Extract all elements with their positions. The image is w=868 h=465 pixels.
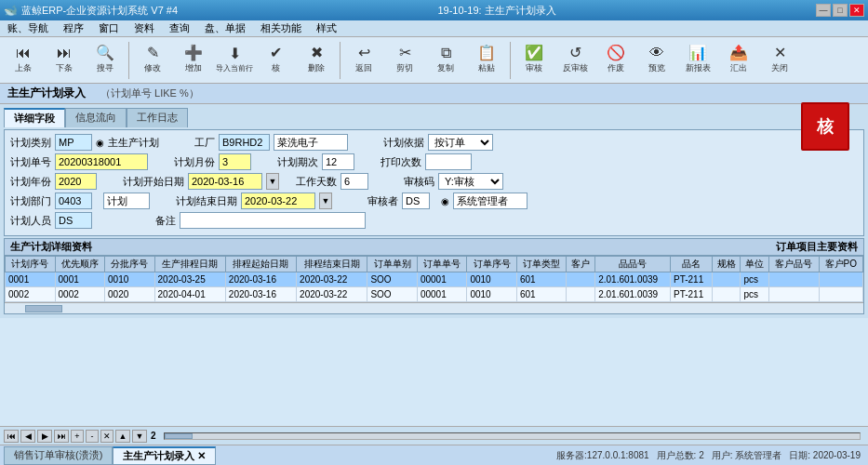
form-row-5: 计划人员 备注 — [10, 212, 858, 229]
sub-title-bar: 主生产计划录入 （计划单号 LIKE %） — [0, 84, 868, 104]
toolbar-report[interactable]: 📊 新报表 — [678, 40, 717, 81]
toolbar-preview-label: 预览 — [648, 62, 665, 74]
select-jihua-yiju[interactable]: 按订单 — [428, 134, 493, 151]
unaudit-icon: ↺ — [569, 46, 581, 60]
table-row[interactable]: 0002000200202020-04-012020-03-162020-03-… — [6, 287, 863, 302]
data-table: 计划序号 优先顺序 分批序号 生产排程日期 排程起始日期 排程结束日期 订单单别… — [5, 256, 863, 302]
input-xitong-name[interactable] — [453, 193, 527, 209]
nav-prev[interactable]: ◀ — [20, 430, 35, 443]
bottom-tab-production[interactable]: 主生产计划录入 ✕ — [113, 446, 216, 465]
input-jihua-yuefe[interactable] — [219, 153, 251, 170]
input-jihua-cishu[interactable] — [322, 153, 354, 170]
menu-accounts[interactable]: 账、导航 — [4, 20, 52, 36]
input-gongchang-name[interactable] — [274, 134, 348, 151]
menu-data[interactable]: 资料 — [130, 20, 158, 36]
nav-first[interactable]: ⏮ — [4, 430, 19, 443]
col-start-date: 排程起始日期 — [225, 257, 296, 272]
col-spec: 规格 — [712, 257, 741, 272]
menu-documents[interactable]: 盘、单据 — [201, 20, 249, 36]
input-jihua-danhao[interactable] — [55, 153, 148, 170]
toolbar-paste[interactable]: 📋 粘贴 — [467, 40, 506, 81]
table-cell — [769, 287, 820, 302]
status-scroll-thumb[interactable] — [165, 433, 193, 439]
toolbar-forward[interactable]: ⏭ 下条 — [45, 40, 84, 81]
grid-wrapper[interactable]: 计划序号 优先顺序 分批序号 生产排程日期 排程起始日期 排程结束日期 订单单别… — [5, 256, 863, 302]
nav-next[interactable]: ▶ — [37, 430, 52, 443]
input-jihua-renyuan[interactable] — [55, 212, 92, 229]
toolbar-return[interactable]: ↩ 返回 — [344, 40, 383, 81]
toolbar-unaudit-label: 反审核 — [563, 62, 588, 74]
input-dayinjishu[interactable] — [425, 153, 472, 170]
input-gongchang[interactable] — [219, 134, 270, 151]
toolbar-audit[interactable]: ✅ 审核 — [514, 40, 554, 81]
form-row-1: 计划类别 ◉ 主生产计划 工厂 计划依据 按订单 核 — [10, 134, 858, 151]
toolbar-copy[interactable]: ⧉ 复制 — [426, 40, 465, 81]
table-cell: 2020-03-22 — [297, 287, 367, 302]
input-beizhu[interactable] — [180, 212, 366, 229]
date-picker-end[interactable]: ▼ — [319, 193, 332, 209]
toolbar-close-label: 关闭 — [771, 62, 788, 74]
toolbar-edit[interactable]: ✎ 修改 — [133, 40, 172, 81]
toolbar-delete[interactable]: ✖ 删除 — [297, 40, 336, 81]
toolbar-preview[interactable]: 👁 预览 — [637, 40, 676, 81]
nav-last[interactable]: ⏭ — [54, 430, 69, 443]
menu-related[interactable]: 相关功能 — [257, 20, 305, 36]
toolbar-find[interactable]: 🔍 搜寻 — [86, 40, 125, 81]
table-cell: 2020-03-16 — [225, 272, 296, 287]
select-shenhema[interactable]: Y:审核 — [438, 173, 503, 190]
input-shenheren[interactable] — [402, 193, 430, 209]
toolbar-import[interactable]: ⬇ 导入当前行 — [215, 40, 254, 81]
scroll-thumb[interactable] — [25, 305, 62, 312]
nav-minus[interactable]: - — [86, 430, 99, 443]
input-kaishi-riqi[interactable] — [188, 173, 262, 190]
nav-add[interactable]: + — [71, 430, 84, 443]
toolbar-void-label: 作废 — [608, 62, 624, 74]
col-cust-item-no: 客户品号 — [769, 257, 820, 272]
title-controls: — □ ✕ — [816, 4, 864, 17]
table-cell: pcs — [741, 287, 769, 302]
tab-info-flow[interactable]: 信息流向 — [65, 108, 127, 127]
bottom-tab-sales[interactable]: 销售订单审核(溃溃) — [4, 446, 113, 465]
toolbar-approve[interactable]: ✔ 核 — [256, 40, 295, 81]
status-scrollbar[interactable] — [164, 432, 861, 440]
toolbar-unaudit[interactable]: ↺ 反审核 — [555, 40, 594, 81]
maximize-button[interactable]: □ — [833, 4, 848, 17]
nav-down[interactable]: ▼ — [132, 430, 147, 443]
col-batch: 分批序号 — [105, 257, 155, 272]
toolbar-void[interactable]: 🚫 作废 — [596, 40, 635, 81]
toolbar-close[interactable]: ✕ 关闭 — [760, 40, 799, 81]
big-approve-button[interactable]: 核 — [801, 102, 849, 151]
date-picker-start[interactable]: ▼ — [266, 173, 279, 190]
menu-programs[interactable]: 程序 — [60, 20, 87, 36]
input-jieshu-riqi[interactable] — [241, 193, 315, 209]
menu-window[interactable]: 窗口 — [95, 20, 123, 36]
input-jihua-nianfen[interactable] — [55, 173, 97, 190]
toolbar-add[interactable]: ➕ 增加 — [174, 40, 213, 81]
input-gongzuo-tianshu[interactable] — [341, 173, 368, 190]
delete-icon: ✖ — [311, 46, 323, 60]
toolbar-copy-label: 复制 — [437, 62, 454, 74]
tab-work-log[interactable]: 工作日志 — [127, 108, 188, 127]
toolbar-delete-label: 删除 — [308, 62, 325, 74]
horizontal-scrollbar[interactable] — [5, 302, 863, 313]
nav-del[interactable]: ✕ — [100, 430, 114, 443]
toolbar-cut[interactable]: ✂ 剪切 — [385, 40, 424, 81]
menu-style[interactable]: 样式 — [313, 20, 341, 36]
minimize-button[interactable]: — — [816, 4, 831, 17]
separator-1 — [128, 42, 129, 79]
table-cell: 2020-04-01 — [154, 287, 225, 302]
input-jihua-kejie[interactable] — [55, 193, 92, 209]
input-jihua-leibie[interactable] — [55, 134, 92, 151]
toolbar-back[interactable]: ⏮ 上条 — [4, 40, 43, 81]
bottom-tabs: 销售订单审核(溃溃) 主生产计划录入 ✕ 服务器:127.0.0.1:8081 … — [0, 445, 868, 465]
table-row[interactable]: 0001000100102020-03-252020-03-162020-03-… — [6, 272, 863, 287]
close-button[interactable]: ✕ — [849, 4, 864, 17]
nav-up[interactable]: ▲ — [115, 430, 130, 443]
input-jihua-kejie-name[interactable] — [103, 193, 150, 209]
void-icon: 🚫 — [607, 46, 625, 60]
table-cell: 2020-03-22 — [297, 272, 367, 287]
toolbar-export[interactable]: 📤 汇出 — [719, 40, 758, 81]
menu-query[interactable]: 查询 — [166, 20, 194, 36]
label-jihua-yuefe: 计划月份 — [174, 155, 215, 169]
tab-detail[interactable]: 详细字段 — [4, 108, 65, 127]
